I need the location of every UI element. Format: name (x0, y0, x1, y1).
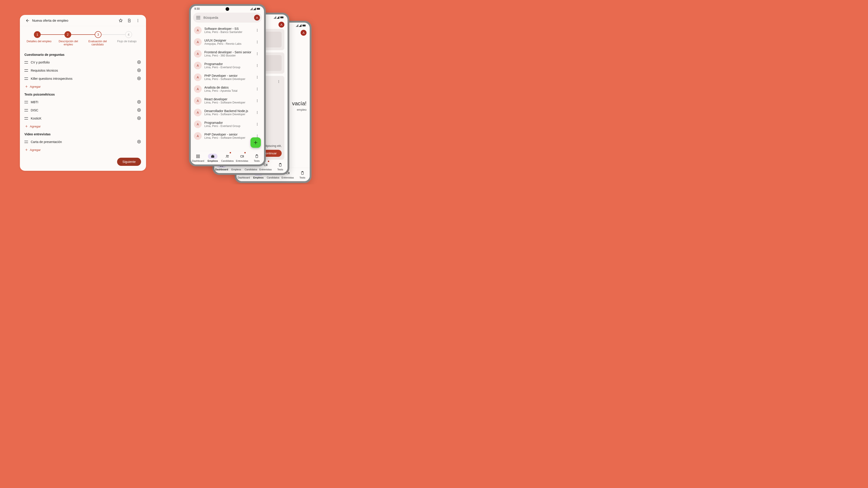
svg-point-23 (278, 80, 279, 80)
remove-item-button[interactable] (137, 108, 142, 112)
remove-item-button[interactable] (137, 100, 142, 104)
job-more-button[interactable] (255, 111, 261, 114)
job-title: React developer (204, 97, 255, 101)
job-list-item[interactable]: AReact developerLima, Perú - Software De… (191, 95, 264, 107)
nav-label: Entrevistas (259, 168, 272, 171)
card-more-button[interactable] (276, 78, 282, 85)
drag-handle-icon[interactable] (24, 109, 29, 111)
job-more-button[interactable] (255, 52, 261, 56)
job-list-item[interactable]: AAnalista de datosLima, Perú - Apuesta T… (191, 83, 264, 95)
form-body: Cuestionario de preguntasCV y portfolioR… (20, 47, 146, 156)
remove-item-button[interactable] (137, 68, 142, 73)
step-1[interactable]: 1 (34, 31, 41, 38)
more-button[interactable] (134, 17, 142, 24)
list-item[interactable]: DISC (24, 106, 142, 114)
menu-button[interactable] (196, 16, 200, 19)
job-subtitle: Lima, Perú - Software Developer (204, 101, 255, 104)
job-avatar: A (194, 38, 202, 46)
add-document-icon (127, 19, 131, 23)
list-item[interactable]: Carta de presentación (24, 138, 142, 146)
search-bar[interactable]: Búsqueda A (193, 13, 262, 23)
job-subtitle: Lima, Perú - Software Developer (204, 136, 255, 139)
svg-point-55 (257, 90, 257, 90)
job-avatar: A (194, 62, 202, 69)
job-subtitle: Lima, Perú - Banco Santander (204, 31, 255, 34)
job-more-button[interactable] (255, 123, 261, 126)
remove-item-button[interactable] (137, 116, 142, 121)
add-item-button[interactable]: Agregar (24, 83, 142, 90)
job-more-button[interactable] (255, 40, 261, 44)
nav-tests[interactable]: Tests (295, 168, 310, 181)
avatar[interactable]: A (254, 15, 260, 21)
svg-point-0 (138, 19, 138, 20)
svg-point-49 (257, 66, 257, 67)
add-item-button[interactable]: Agregar (24, 123, 142, 130)
job-title: UI/UX Designer (204, 39, 255, 42)
remove-item-button[interactable] (137, 60, 142, 65)
job-list-item[interactable]: AProgramadorLima, Perú - Everland Group (191, 60, 264, 71)
nav-candidatos[interactable]: Candidatos (220, 151, 235, 164)
add-item-label: Agregar (30, 148, 41, 152)
fab-add-button[interactable] (250, 137, 261, 148)
star-outline-icon (119, 18, 123, 23)
remove-item-button[interactable] (137, 140, 142, 144)
step-3[interactable]: 3 (95, 31, 101, 38)
drag-handle-icon[interactable] (24, 141, 29, 143)
svg-point-44 (257, 53, 257, 53)
drag-handle-icon[interactable] (24, 77, 29, 80)
clipboard-icon (301, 171, 305, 175)
svg-point-65 (257, 135, 257, 135)
list-item[interactable]: KosticK (24, 114, 142, 123)
step-4-label: Flujo de trabajo (112, 40, 142, 46)
job-more-button[interactable] (255, 99, 261, 103)
list-item[interactable]: CV y portfolio (24, 58, 142, 66)
step-2[interactable]: 2 (64, 31, 71, 38)
stepper: 1 2 3 4 Detalles del empleo Descripción … (20, 26, 146, 47)
job-list[interactable]: ASoftware developer - SSLima, Perú - Ban… (191, 24, 264, 151)
svg-point-24 (278, 81, 279, 82)
job-more-button[interactable] (255, 29, 261, 32)
drag-handle-icon[interactable] (24, 61, 29, 64)
drag-handle-icon[interactable] (24, 69, 29, 72)
svg-point-62 (257, 123, 257, 123)
nav-dashboard[interactable]: Dashboard (191, 151, 206, 164)
job-subtitle: Lima, Perú - Software Developer (204, 77, 255, 80)
list-item[interactable]: MBTI (24, 98, 142, 106)
job-list-item[interactable]: AFrontend developer - Semi seniorLima, P… (191, 48, 264, 60)
add-item-button[interactable]: Agregar (24, 146, 142, 154)
job-list-item[interactable]: ASoftware developer - SSLima, Perú - Ban… (191, 24, 264, 36)
avatar[interactable]: A (301, 30, 307, 36)
next-button[interactable]: Siguiente (117, 158, 141, 166)
section-title: Cuestionario de preguntas (24, 53, 142, 57)
list-item[interactable]: Requisitos técnicos (24, 66, 142, 74)
new-tab-button[interactable] (126, 17, 133, 24)
job-more-button[interactable] (255, 87, 261, 91)
favorite-button[interactable] (117, 17, 124, 24)
stepper-line (99, 34, 126, 35)
job-more-button[interactable] (255, 64, 261, 67)
job-more-button[interactable] (255, 75, 261, 79)
job-list-item[interactable]: APHP Developer - seniorLima, Perú - Soft… (191, 71, 264, 83)
job-text: UI/UX DesignerArequipa, Perú - Revnio La… (204, 39, 255, 45)
job-list-item[interactable]: AUI/UX DesignerArequipa, Perú - Revnio L… (191, 36, 264, 48)
nav-empleos[interactable]: Empleos (206, 151, 220, 164)
svg-rect-73 (212, 155, 213, 156)
svg-point-61 (257, 113, 257, 113)
nav-tests[interactable]: Tests (249, 151, 264, 164)
nav-entrevistas[interactable]: Entrevistas (235, 151, 249, 164)
drag-handle-icon[interactable] (24, 117, 29, 120)
remove-item-button[interactable] (137, 76, 142, 81)
grid-icon (196, 154, 200, 158)
list-item[interactable]: Killer questions introspectivos (24, 74, 142, 83)
job-subtitle: Lima, Perú - Software Developer (204, 113, 255, 116)
job-title: PHP Developer - senior (204, 74, 255, 77)
nav-tests[interactable]: Tests (273, 160, 287, 173)
drag-handle-icon[interactable] (24, 101, 29, 103)
signal-icons (274, 16, 284, 19)
job-list-item[interactable]: AProgramadorLima, Perú - Everland Group (191, 119, 264, 130)
job-text: ProgramadorLima, Perú - Everland Group (204, 121, 255, 128)
clipboard-icon (255, 154, 259, 158)
job-list-item[interactable]: ADesarrollador Backend Node.jsLima, Perú… (191, 107, 264, 119)
avatar[interactable]: A (278, 22, 284, 28)
back-button[interactable] (24, 17, 31, 24)
